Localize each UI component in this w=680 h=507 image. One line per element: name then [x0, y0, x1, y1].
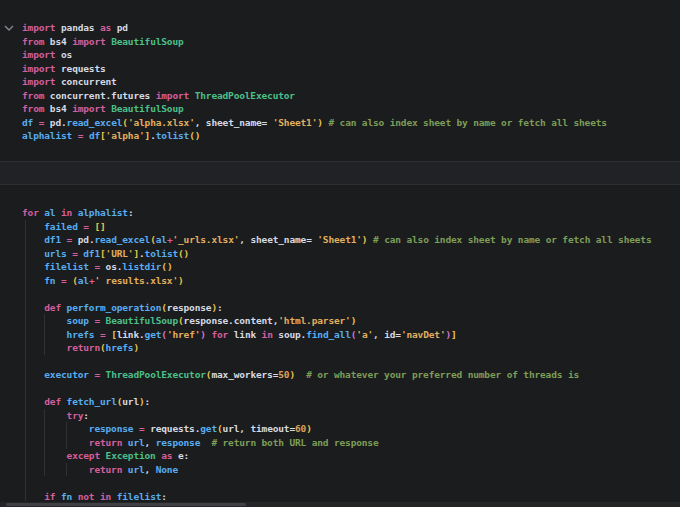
- code-token: pd: [44, 117, 61, 128]
- code-token: import: [22, 63, 55, 74]
- code-token: df1: [83, 248, 100, 259]
- code-token: soup: [273, 329, 301, 340]
- code-token: 'a': [356, 329, 373, 340]
- code-token: # or whatever your preferred number of t…: [306, 369, 579, 380]
- code-token: ): [351, 315, 357, 326]
- code-line[interactable]: [22, 382, 680, 396]
- code-line[interactable]: from bs4 import BeautifulSoup: [22, 102, 680, 116]
- code-line[interactable]: if fn not in filelist:: [22, 490, 680, 504]
- code-token: response: [167, 302, 212, 313]
- horizontal-scrollbar-thumb[interactable]: [6, 503, 246, 506]
- code-token: 'alpha.xlsx': [128, 117, 195, 128]
- code-token: ): [178, 275, 184, 286]
- code-token: get: [200, 423, 217, 434]
- code-token: link: [228, 329, 261, 340]
- code-line[interactable]: [22, 287, 680, 301]
- code-line[interactable]: hrefs = [link.get('href') for link in so…: [22, 328, 680, 342]
- code-token: listdir: [122, 261, 161, 272]
- code-token: ): [167, 261, 173, 272]
- code-line[interactable]: df1 = pd.read_excel(al+'_urls.xlsx', she…: [22, 233, 680, 247]
- code-token: url: [122, 396, 139, 407]
- code-token: as: [161, 450, 172, 461]
- code-line[interactable]: import concurrent: [22, 75, 680, 89]
- code-line[interactable]: filelist = os.listdir(): [22, 260, 680, 274]
- code-line[interactable]: [22, 355, 680, 369]
- code-token: hrefs: [106, 342, 134, 353]
- code-line[interactable]: return url, response # return both URL a…: [22, 436, 680, 450]
- horizontal-scrollbar[interactable]: [0, 502, 680, 507]
- code-line[interactable]: except Exception as e:: [22, 449, 680, 463]
- code-cell-imports: import pandas as pdfrom bs4 import Beaut…: [22, 21, 680, 143]
- code-line[interactable]: import requests: [22, 62, 680, 76]
- code-cell-loop: for al in alphalist: failed = [] df1 = p…: [22, 206, 680, 503]
- code-line[interactable]: alphalist = df['alpha'].tolist(): [22, 129, 680, 143]
- code-token: alphalist: [22, 130, 72, 141]
- code-line[interactable]: return url, None: [22, 463, 680, 477]
- code-token: fn: [61, 491, 72, 502]
- code-token: from: [22, 90, 44, 101]
- code-token: pd: [72, 234, 89, 245]
- code-token: failed: [44, 221, 77, 232]
- code-line[interactable]: def perform_operation(response):: [22, 301, 680, 315]
- code-token: find_all: [306, 329, 351, 340]
- code-line[interactable]: import os: [22, 48, 680, 62]
- code-token: for: [211, 329, 228, 340]
- code-token: tolist: [156, 130, 189, 141]
- code-token: None: [156, 464, 178, 475]
- code-line[interactable]: import pandas as pd: [22, 21, 680, 35]
- code-token: concurrent: [55, 76, 116, 87]
- code-token: df: [22, 117, 33, 128]
- indent-guide: [25, 220, 26, 501]
- code-line[interactable]: def fetch_url(url):: [22, 395, 680, 409]
- code-token: [22, 437, 89, 448]
- code-token: url: [128, 437, 145, 448]
- code-line[interactable]: urls = df1['URL'].tolist(): [22, 247, 680, 261]
- code-token: return: [67, 342, 100, 353]
- code-token: sheet_name: [250, 234, 306, 245]
- code-token: filelist: [44, 261, 89, 272]
- code-line[interactable]: failed = []: [22, 220, 680, 234]
- code-token: BeautifulSoup: [106, 315, 178, 326]
- fold-chevron-icon[interactable]: [3, 22, 15, 34]
- code-line[interactable]: from bs4 import BeautifulSoup: [22, 35, 680, 49]
- code-token: if: [44, 491, 55, 502]
- code-token: ' results.xlsx': [94, 275, 178, 286]
- code-line[interactable]: response = requests.get(url, timeout=60): [22, 422, 680, 436]
- code-line[interactable]: try:: [22, 409, 680, 423]
- code-line[interactable]: df = pd.read_excel('alpha.xlsx', sheet_n…: [22, 116, 680, 130]
- code-token: e: [172, 450, 183, 461]
- code-token: except: [67, 450, 100, 461]
- code-token: import: [22, 76, 55, 87]
- code-token: in: [100, 491, 111, 502]
- code-token: ]: [451, 329, 457, 340]
- code-token: tolist: [145, 248, 178, 259]
- code-line[interactable]: return(hrefs): [22, 341, 680, 355]
- code-token: 50: [278, 369, 289, 380]
- code-line[interactable]: fn = (al+' results.xlsx'): [22, 274, 680, 288]
- code-token: id: [384, 329, 395, 340]
- code-line[interactable]: from concurrent.futures import ThreadPoo…: [22, 89, 680, 103]
- code-token: 60: [295, 423, 306, 434]
- code-line[interactable]: [22, 476, 680, 490]
- cell-divider: [0, 161, 680, 185]
- code-token: sheet_name: [206, 117, 262, 128]
- code-token: read_excel: [67, 117, 123, 128]
- code-token: ThreadPoolExecutor: [106, 369, 206, 380]
- code-token: link: [117, 329, 139, 340]
- code-line[interactable]: for al in alphalist:: [22, 206, 680, 220]
- code-token: 'Sheet1': [273, 117, 318, 128]
- code-token: timeout: [250, 423, 289, 434]
- code-token: BeautifulSoup: [111, 103, 183, 114]
- code-token: ,: [145, 464, 156, 475]
- code-token: for: [22, 207, 39, 218]
- code-token: [295, 369, 306, 380]
- code-line[interactable]: soup = BeautifulSoup(response.content,'h…: [22, 314, 680, 328]
- code-token: requests: [145, 423, 195, 434]
- code-token: soup: [67, 315, 89, 326]
- code-line[interactable]: executor = ThreadPoolExecutor(max_worker…: [22, 368, 680, 382]
- code-token: get: [145, 329, 162, 340]
- code-token: 'alpha': [106, 130, 145, 141]
- code-token: urls: [44, 248, 66, 259]
- code-token: =: [262, 117, 273, 128]
- code-token: [22, 464, 89, 475]
